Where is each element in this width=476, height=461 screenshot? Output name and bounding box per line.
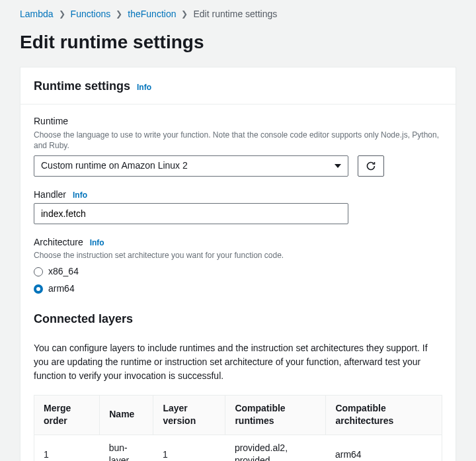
runtime-label: Runtime	[34, 115, 442, 128]
col-layer-version: Layer version	[153, 395, 225, 435]
chevron-right-icon: ❯	[59, 9, 65, 20]
architecture-help: Choose the instruction set architecture …	[34, 250, 442, 261]
breadcrumb-functions[interactable]: Functions	[71, 8, 111, 21]
col-compatible-architectures: Compatible architectures	[326, 395, 442, 435]
architecture-option-label: arm64	[48, 282, 75, 296]
table-header-row: Merge order Name Layer version Compatibl…	[34, 395, 442, 435]
runtime-select-value: Custom runtime on Amazon Linux 2	[41, 159, 188, 173]
runtime-help: Choose the language to use to write your…	[34, 130, 442, 152]
breadcrumb: Lambda ❯ Functions ❯ theFunction ❯ Edit …	[0, 0, 476, 26]
page-title: Edit runtime settings	[0, 26, 476, 67]
architecture-option-label: x86_64	[48, 265, 79, 278]
handler-input[interactable]	[34, 203, 348, 224]
runtime-settings-panel: Runtime settings Info Runtime Choose the…	[20, 67, 456, 461]
breadcrumb-lambda[interactable]: Lambda	[20, 8, 54, 21]
chevron-right-icon: ❯	[181, 9, 188, 20]
table-row: 1 bun-layer 1 provided.al2, provided arm…	[34, 435, 442, 461]
refresh-button[interactable]	[358, 155, 384, 177]
architecture-label: Architecture	[34, 236, 83, 249]
cell-arch: arm64	[326, 435, 442, 461]
panel-title: Runtime settings	[34, 78, 130, 95]
breadcrumb-function-name[interactable]: theFunction	[128, 8, 176, 21]
chevron-down-icon	[335, 164, 341, 168]
radio-checked-icon	[34, 284, 43, 294]
col-compatible-runtimes: Compatible runtimes	[225, 395, 326, 435]
cell-runtimes: provided.al2, provided	[225, 435, 326, 461]
cell-version: 1	[153, 435, 225, 461]
info-link-runtime-settings[interactable]: Info	[137, 82, 151, 93]
connected-layers-heading: Connected layers	[34, 311, 442, 327]
handler-label: Handler	[34, 189, 66, 202]
architecture-field: Architecture Info Choose the instruction…	[34, 236, 442, 296]
cell-name: bun-layer	[100, 435, 153, 461]
refresh-icon	[366, 161, 376, 171]
handler-field: Handler Info	[34, 189, 442, 224]
architecture-option-arm64[interactable]: arm64	[34, 282, 442, 296]
runtime-select[interactable]: Custom runtime on Amazon Linux 2	[34, 155, 348, 177]
col-merge-order: Merge order	[34, 395, 100, 435]
architecture-option-x86[interactable]: x86_64	[34, 265, 442, 278]
chevron-right-icon: ❯	[116, 9, 122, 20]
info-link-handler[interactable]: Info	[73, 190, 87, 201]
breadcrumb-current: Edit runtime settings	[193, 8, 277, 21]
cell-merge-order: 1	[34, 435, 100, 461]
runtime-field: Runtime Choose the language to use to wr…	[34, 115, 442, 177]
info-link-architecture[interactable]: Info	[90, 237, 104, 249]
layers-table: Merge order Name Layer version Compatibl…	[34, 395, 442, 461]
connected-layers-description: You can configure layers to include runt…	[34, 341, 442, 383]
col-name: Name	[100, 395, 153, 435]
radio-icon	[34, 267, 43, 276]
panel-header: Runtime settings Info	[20, 67, 456, 105]
